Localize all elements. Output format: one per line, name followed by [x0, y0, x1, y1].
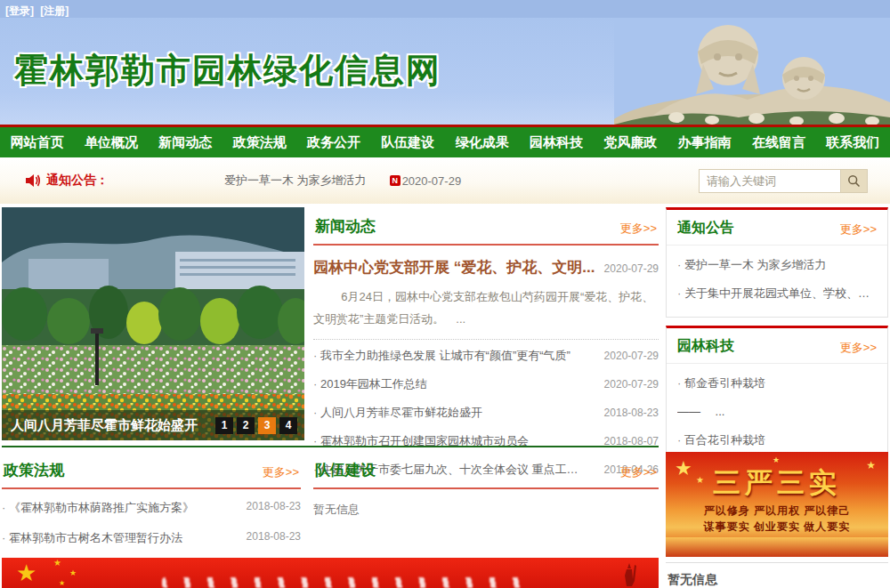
news-section-title: 新闻动态 — [315, 216, 376, 237]
star-icon: ★ — [59, 579, 65, 587]
nav-item-contact[interactable]: 联系我们 — [816, 134, 890, 151]
star-icon: ★ — [53, 558, 61, 568]
nav-item-policy[interactable]: 政策法规 — [222, 134, 296, 151]
policy-item-date: 2018-08-23 — [247, 530, 301, 546]
genghis-khan-statue-graphic — [614, 18, 890, 125]
search-button[interactable] — [841, 169, 868, 193]
nav-item-home[interactable]: 网站首页 — [0, 134, 74, 151]
policy-item-text: 霍林郭勒市古树名木管理暂行办法 — [2, 530, 182, 546]
team-more-link[interactable]: 更多>> — [620, 464, 657, 480]
featured-news-date: 2020-07-29 — [604, 262, 659, 275]
announcement-item[interactable]: 爱护一草一木 为家乡增活力 — [677, 251, 877, 279]
nav-item-garden-tech[interactable]: 园林科技 — [519, 134, 593, 151]
footer-banner: ★ ★ ★ ★ — [2, 558, 659, 588]
login-link[interactable]: [登录] — [5, 4, 34, 17]
nav-item-party-integrity[interactable]: 党风廉政 — [594, 134, 668, 151]
team-title-rule — [313, 487, 659, 489]
carousel-image — [2, 207, 304, 440]
news-item-text: 我市全力助推绿色发展 让城市有“颜值”更有“气质” — [313, 348, 570, 364]
banner-line2: 谋事要实 创业要实 做人要实 — [666, 520, 888, 535]
star-icon: ★ — [773, 455, 780, 464]
register-link[interactable]: [注册] — [40, 4, 69, 17]
search-input[interactable] — [699, 169, 841, 193]
nav-item-about[interactable]: 单位概况 — [74, 134, 148, 151]
announcement-item[interactable]: 关于集中开展花园式单位、学校、工厂... — [677, 279, 877, 308]
news-item-date: 2020-07-29 — [604, 350, 659, 362]
garden-tech-item-sub: —— ... — [677, 398, 877, 426]
notice-ticker-link[interactable]: 爱护一草一木 为家乡增活力 — [224, 173, 367, 189]
carousel-pager: 1 2 3 4 — [215, 417, 297, 434]
banner-line1: 严以修身 严以用权 严以律己 — [666, 503, 888, 519]
news-item-text: 2019年园林工作总结 — [313, 376, 427, 392]
policy-item-text: 《霍林郭勒市林荫路推广实施方案》 — [2, 500, 194, 516]
carousel-page-1[interactable]: 1 — [215, 417, 233, 434]
policy-more-link[interactable]: 更多>> — [263, 464, 299, 480]
garden-tech-item[interactable]: 郁金香引种栽培 — [677, 369, 877, 398]
news-list-item[interactable]: 人间八月芳菲尽霍市鲜花始盛开 2018-08-23 — [313, 399, 659, 427]
garden-tech-item[interactable]: 百合花引种栽培 — [677, 426, 877, 455]
garden-tech-title: 园林科技 — [677, 337, 734, 356]
garden-tech-more-link[interactable]: 更多>> — [840, 340, 877, 356]
three-stricts-banner[interactable]: ★ ★ ★ ★ 三严三实 严以修身 严以用权 严以律己 谋事要实 创业要实 做人… — [666, 452, 888, 557]
carousel-caption-link[interactable]: 人间八月芳菲尽霍市鲜花始盛开 — [11, 417, 215, 434]
search-icon — [847, 174, 861, 188]
announcements-box: 通知公告 更多>> 爱护一草一木 为家乡增活力 关于集中开展花园式单位、学校、工… — [666, 207, 888, 318]
team-section: 队伍建设 更多>> 暂无信息 — [313, 447, 659, 518]
team-title: 队伍建设 — [315, 460, 376, 480]
news-title-rule — [313, 244, 659, 246]
star-icon: ★ — [16, 560, 36, 587]
page: [登录] [注册] 霍林郭勒市园林绿化 — [0, 0, 890, 588]
nav-item-gov-affairs[interactable]: 政务公开 — [296, 134, 370, 151]
bottom-right-empty-text: 暂无信息 — [666, 562, 888, 588]
main-nav: 网站首页 单位概况 新闻动态 政策法规 政务公开 队伍建设 绿化成果 园林科技 … — [0, 125, 890, 157]
policy-item[interactable]: 霍林郭勒市古树名木管理暂行办法 2018-08-23 — [2, 523, 301, 553]
notice-bar: 通知公告： 爱护一草一木 为家乡增活力 N 2020-07-29 — [0, 157, 890, 204]
search-area — [699, 169, 868, 193]
policy-title: 政策法规 — [4, 460, 64, 480]
news-item-text: 人间八月芳菲尽霍市鲜花始盛开 — [313, 405, 482, 421]
policy-item-date: 2018-08-23 — [247, 500, 301, 516]
news-section: 新闻动态 更多>> 园林中心党支部开展 “爱花、护花、文明... 2020-07… — [313, 204, 659, 484]
carousel-caption-bar: 人间八月芳菲尽霍市鲜花始盛开 1 2 3 4 — [2, 410, 304, 440]
great-wall-graphic — [666, 537, 888, 557]
star-icon: ★ — [69, 568, 77, 577]
calligraphy-graphic — [162, 577, 536, 588]
carousel-page-4[interactable]: 4 — [279, 417, 297, 434]
news-list-item[interactable]: 2019年园林工作总结 2020-07-29 — [313, 370, 659, 399]
news-more-link[interactable]: 更多>> — [620, 221, 657, 237]
new-badge-icon: N — [390, 175, 400, 186]
team-empty-text: 暂无信息 — [313, 502, 659, 518]
policy-title-rule — [2, 487, 301, 489]
featured-news-link[interactable]: 园林中心党支部开展 “爱花、护花、文明... — [313, 257, 595, 278]
announcements-list: 爱护一草一木 为家乡增活力 关于集中开展花园式单位、学校、工厂... — [667, 246, 887, 317]
news-item-date: 2018-08-23 — [604, 407, 659, 419]
announcements-title: 通知公告 — [677, 219, 734, 238]
nav-item-team[interactable]: 队伍建设 — [371, 134, 445, 151]
site-header: 霍林郭勒市园林绿化信息网 — [0, 18, 890, 125]
announcements-more-link[interactable]: 更多>> — [840, 222, 877, 238]
notice-date: 2020-07-29 — [402, 174, 462, 188]
news-dotted-divider — [313, 339, 659, 340]
nav-item-message-board[interactable]: 在线留言 — [741, 134, 815, 151]
nav-item-service-guide[interactable]: 办事指南 — [668, 134, 741, 151]
nav-item-news[interactable]: 新闻动态 — [149, 134, 222, 151]
top-strip: [登录] [注册] — [0, 0, 890, 18]
statue-silhouette-icon — [618, 561, 641, 588]
carousel-page-2[interactable]: 2 — [237, 417, 255, 434]
banner-title: 三严三实 — [666, 464, 888, 502]
speaker-icon — [25, 173, 41, 188]
notice-label: 通知公告： — [46, 173, 109, 189]
nav-item-greening-results[interactable]: 绿化成果 — [445, 134, 519, 151]
featured-news-summary: 6月24日，园林中心党支部在敖包山芍药园开展“爱花、护花、文明赏花”主题党日活动… — [313, 286, 659, 330]
policy-item[interactable]: 《霍林郭勒市林荫路推广实施方案》 2018-08-23 — [2, 493, 301, 523]
news-item-date: 2020-07-29 — [604, 378, 659, 391]
carousel-page-3[interactable]: 3 — [258, 417, 276, 434]
site-title: 霍林郭勒市园林绿化信息网 — [14, 48, 441, 93]
news-list-item[interactable]: 我市全力助推绿色发展 让城市有“颜值”更有“气质” 2020-07-29 — [313, 342, 659, 370]
photo-carousel[interactable]: 人间八月芳菲尽霍市鲜花始盛开 1 2 3 4 — [2, 207, 304, 440]
